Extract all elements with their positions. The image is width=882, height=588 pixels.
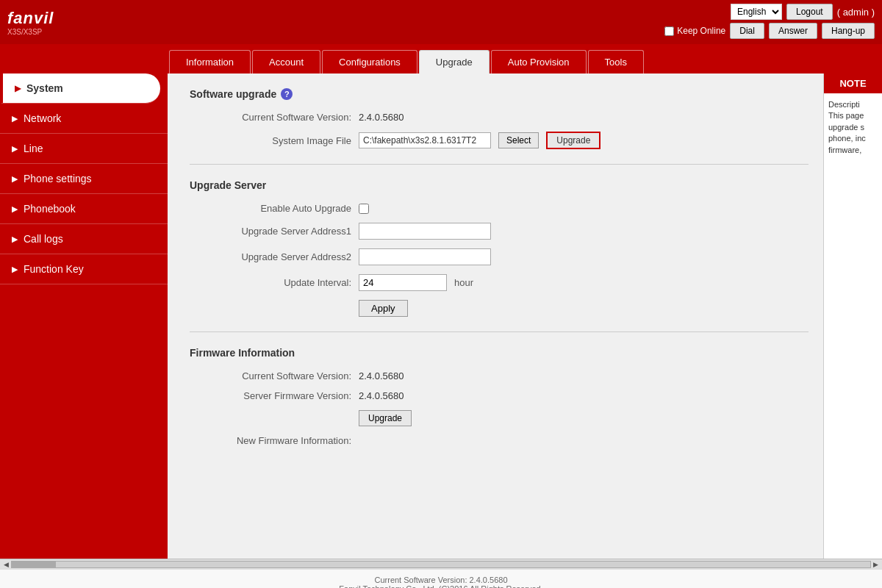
apply-button[interactable]: Apply [359, 300, 408, 317]
arrow-icon: ▶ [15, 84, 21, 93]
sidebar-item-label: Phonebook [24, 203, 76, 215]
tab-account[interactable]: Account [252, 50, 320, 74]
logout-button[interactable]: Logout [786, 4, 833, 20]
sidebar-item-label: Phone settings [24, 173, 92, 184]
arrow-icon: ▶ [12, 114, 18, 123]
tab-information[interactable]: Information [169, 50, 251, 74]
sidebar-item-system[interactable]: ▶ System [0, 74, 160, 104]
fw-server-version-row: Server Firmware Version: 2.4.0.5680 [190, 390, 808, 401]
language-select[interactable]: English [731, 4, 782, 20]
new-firmware-label: New Firmware Information: [190, 435, 351, 446]
header-top-row: English Logout ( admin ) [731, 4, 875, 20]
fw-current-version-label: Current Software Version: [190, 370, 351, 381]
auto-upgrade-row: Enable Auto Upgrade [190, 203, 808, 214]
footer-line2: Fanvil Technology Co., Ltd. (C)2016 All … [6, 584, 876, 588]
arrow-icon: ▶ [12, 144, 18, 154]
hangup-button[interactable]: Hang-up [822, 23, 875, 39]
logo: fanvil X3S/X3SP [7, 9, 54, 36]
scroll-left-icon[interactable]: ◀ [1, 561, 11, 568]
server-addr1-label: Upgrade Server Address1 [190, 226, 351, 237]
sidebar-item-label: Line [24, 143, 43, 154]
content-area: Software upgrade ? Current Software Vers… [168, 74, 823, 559]
tab-auto-provision[interactable]: Auto Provision [491, 50, 587, 74]
scrollbar-track[interactable] [11, 561, 871, 568]
note-panel: NOTE DescriptiThis pageupgrade sphone, i… [823, 74, 882, 559]
server-addr2-label: Upgrade Server Address2 [190, 251, 351, 262]
header-controls: English Logout ( admin ) Keep Online Dia… [664, 4, 875, 39]
server-addr2-row: Upgrade Server Address2 [190, 248, 808, 265]
firmware-upgrade-button[interactable]: Upgrade [359, 410, 412, 426]
current-version-value: 2.4.0.5680 [359, 112, 404, 123]
arrow-icon: ▶ [12, 265, 18, 274]
software-upgrade-title: Software upgrade ? [190, 88, 808, 100]
help-icon[interactable]: ? [281, 88, 293, 100]
divider1 [190, 164, 808, 165]
sidebar-item-line[interactable]: ▶ Line [0, 134, 168, 164]
auto-upgrade-label: Enable Auto Upgrade [190, 203, 351, 214]
select-button[interactable]: Select [498, 132, 539, 148]
admin-label: ( admin ) [837, 7, 875, 18]
dial-button[interactable]: Dial [730, 23, 764, 39]
sidebar-item-call-logs[interactable]: ▶ Call logs [0, 224, 168, 254]
upgrade-button[interactable]: Upgrade [546, 132, 600, 149]
main-layout: ▶ System ▶ Network ▶ Line ▶ Phone settin… [0, 74, 882, 559]
sidebar-item-label: System [26, 82, 63, 94]
arrow-icon: ▶ [12, 174, 18, 184]
fw-current-version-value: 2.4.0.5680 [359, 370, 404, 381]
note-content: DescriptiThis pageupgrade sphone, incfir… [824, 93, 882, 162]
interval-label: Update Interval: [190, 277, 351, 288]
answer-button[interactable]: Answer [769, 23, 817, 39]
fw-server-version-value: 2.4.0.5680 [359, 390, 404, 401]
firmware-info-title: Firmware Information [190, 347, 808, 359]
image-file-row: System Image File C:\fakepath\x3s2.8.1.6… [190, 132, 808, 149]
keep-online-checkbox[interactable] [664, 26, 674, 36]
sidebar-item-network[interactable]: ▶ Network [0, 104, 168, 134]
horizontal-scrollbar[interactable]: ◀ ▶ [0, 559, 882, 569]
tab-tools[interactable]: Tools [588, 50, 644, 74]
interval-input[interactable] [359, 274, 447, 291]
note-header: NOTE [824, 74, 882, 93]
arrow-icon: ▶ [12, 234, 18, 244]
upgrade-server-title: Upgrade Server [190, 179, 808, 191]
sidebar-item-function-key[interactable]: ▶ Function Key [0, 254, 168, 284]
logo-subtext: X3S/X3SP [7, 28, 42, 36]
sidebar-item-label: Function Key [24, 263, 84, 275]
footer-line1: Current Software Version: 2.4.0.5680 [6, 576, 876, 584]
divider2 [190, 331, 808, 332]
header-bottom-row: Keep Online Dial Answer Hang-up [664, 23, 875, 39]
note-description: DescriptiThis pageupgrade sphone, incfir… [828, 100, 866, 154]
server-addr2-input[interactable] [359, 248, 491, 265]
current-version-label: Current Software Version: [190, 112, 351, 123]
footer: Current Software Version: 2.4.0.5680 Fan… [0, 569, 882, 588]
current-version-row: Current Software Version: 2.4.0.5680 [190, 112, 808, 123]
scroll-right-icon[interactable]: ▶ [871, 561, 881, 568]
file-input-display: C:\fakepath\x3s2.8.1.6317T2 [359, 132, 491, 148]
nav-tabs: Information Account Configurations Upgra… [0, 44, 882, 74]
keep-online-label: Keep Online [677, 26, 725, 36]
tab-upgrade[interactable]: Upgrade [419, 50, 490, 74]
header: fanvil X3S/X3SP English Logout ( admin )… [0, 0, 882, 44]
hour-label: hour [454, 277, 473, 288]
apply-row: Apply [190, 300, 808, 317]
auto-upgrade-checkbox[interactable] [359, 204, 369, 214]
server-addr1-row: Upgrade Server Address1 [190, 223, 808, 240]
tab-configurations[interactable]: Configurations [322, 50, 417, 74]
new-firmware-row: New Firmware Information: [190, 435, 808, 446]
sidebar-item-label: Call logs [24, 233, 63, 245]
scrollbar-thumb[interactable] [12, 562, 56, 567]
server-addr1-input[interactable] [359, 223, 491, 240]
sidebar: ▶ System ▶ Network ▶ Line ▶ Phone settin… [0, 74, 168, 559]
interval-row: Update Interval: hour [190, 274, 808, 291]
fw-upgrade-row: Upgrade [190, 410, 808, 426]
sidebar-item-phonebook[interactable]: ▶ Phonebook [0, 194, 168, 224]
logo-text: fanvil [7, 9, 54, 28]
fw-server-version-label: Server Firmware Version: [190, 390, 351, 401]
sidebar-item-label: Network [24, 112, 61, 124]
image-file-label: System Image File [190, 135, 351, 146]
arrow-icon: ▶ [12, 204, 18, 214]
sidebar-item-phone-settings[interactable]: ▶ Phone settings [0, 164, 168, 194]
fw-current-version-row: Current Software Version: 2.4.0.5680 [190, 370, 808, 381]
keep-online-area: Keep Online [664, 26, 725, 36]
